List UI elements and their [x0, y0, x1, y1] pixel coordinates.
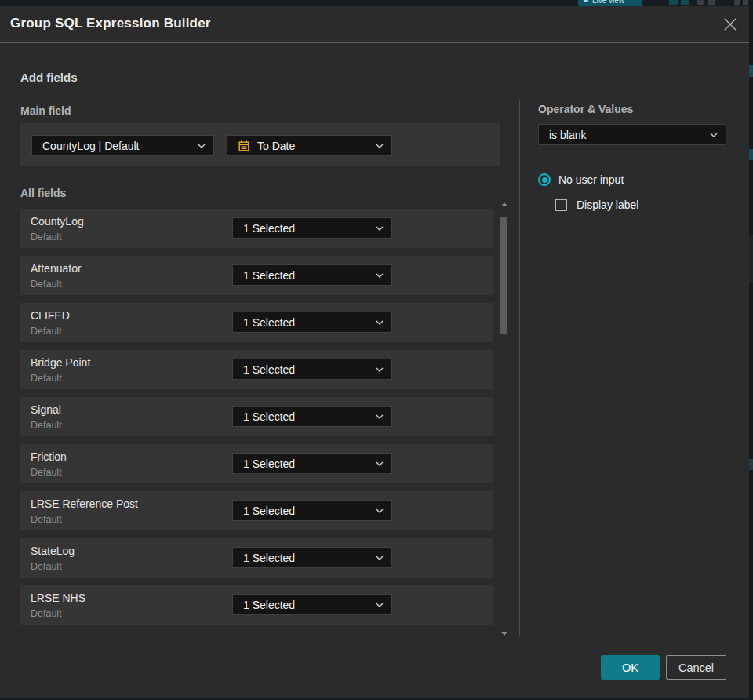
field-selection-dropdown[interactable]: 1 Selected [232, 547, 392, 568]
field-subtitle: Default [31, 373, 62, 384]
field-selection-dropdown[interactable]: 1 Selected [232, 453, 392, 474]
scroll-down-icon[interactable] [501, 632, 507, 636]
field-subtitle: Default [31, 514, 62, 525]
field-subtitle: Default [31, 561, 62, 572]
background-right-edge [749, 0, 753, 700]
toolbar-icon-fragment [697, 0, 704, 5]
chevron-down-icon [376, 414, 384, 419]
operator-values-label: Operator & Values [538, 103, 633, 115]
field-selection-dropdown[interactable]: 1 Selected [232, 312, 392, 333]
chevron-down-icon [376, 556, 384, 560]
close-icon [723, 17, 737, 31]
display-label-checkbox[interactable]: Display label [555, 199, 638, 211]
ok-button[interactable]: OK [601, 655, 660, 680]
checkbox-unchecked-icon [555, 199, 567, 211]
toolbar-icon-fragment [708, 0, 715, 5]
field-row-countylog: CountyLog Default 1 Selected [20, 209, 493, 248]
field-subtitle: Default [31, 279, 62, 290]
all-fields-label: All fields [20, 187, 66, 199]
toolbar-icon-fragment [681, 0, 689, 5]
field-name: CLIFED [31, 309, 70, 322]
toolbar-icon-fragment [743, 0, 748, 5]
fields-list-scrollbar[interactable] [500, 201, 509, 637]
live-view-button[interactable]: Live view [578, 0, 642, 6]
field-row-attenuator: Attenuator Default 1 Selected [20, 256, 493, 295]
scroll-up-icon[interactable] [501, 202, 507, 206]
chevron-down-icon [376, 226, 384, 231]
background-app-bar: Live view [0, 0, 753, 6]
field-selection-dropdown[interactable]: 1 Selected [232, 500, 392, 521]
display-label-label: Display label [577, 199, 638, 211]
close-button[interactable] [721, 15, 740, 34]
field-selection-dropdown[interactable]: 1 Selected [232, 217, 392, 239]
field-name: StateLog [31, 545, 75, 557]
field-subtitle: Default [31, 467, 62, 478]
chevron-down-icon [376, 144, 384, 148]
field-subtitle: Default [31, 326, 62, 337]
main-field-box: CountyLog | Default To Date [20, 123, 500, 166]
field-selection-dropdown[interactable]: 1 Selected [232, 594, 392, 615]
operator-select[interactable]: is blank [538, 124, 726, 145]
group-sql-expression-builder-dialog: Group SQL Expression Builder Add fields … [0, 6, 749, 698]
no-user-input-radio[interactable]: No user input [538, 173, 624, 186]
chevron-down-icon [376, 273, 384, 278]
field-selection-dropdown[interactable]: 1 Selected [232, 264, 392, 286]
field-row-lrse-nhs: LRSE NHS Default 1 Selected [20, 585, 493, 625]
field-row-signal: Signal Default 1 Selected [20, 397, 493, 436]
field-name: LRSE NHS [31, 592, 85, 604]
main-field-type-select[interactable]: To Date [227, 135, 392, 156]
field-row-bridge-point: Bridge Point Default 1 Selected [20, 350, 493, 389]
field-row-statelog: StateLog Default 1 Selected [20, 538, 493, 578]
field-row-friction: Friction Default 1 Selected [20, 444, 493, 483]
chevron-down-icon [710, 133, 718, 137]
field-row-clifed: CLIFED Default 1 Selected [20, 303, 493, 342]
field-name: Attenuator [31, 262, 82, 275]
field-row-lrse-reference-post: LRSE Reference Post Default 1 Selected [20, 491, 493, 530]
calendar-to-date-icon [238, 140, 250, 152]
all-fields-list: CountyLog Default 1 Selected Attenuator … [20, 209, 493, 633]
main-field-select[interactable]: CountyLog | Default [31, 135, 214, 156]
dialog-header: Group SQL Expression Builder [0, 6, 749, 43]
live-dot-icon [584, 0, 588, 2]
chevron-down-icon [376, 461, 384, 466]
field-selection-dropdown[interactable]: 1 Selected [232, 406, 392, 427]
toolbar-icon-fragment [669, 0, 678, 5]
live-view-label: Live view [592, 0, 624, 5]
add-fields-heading: Add fields [20, 71, 78, 84]
field-name: LRSE Reference Post [31, 498, 138, 510]
toolbar-icon-fragment [734, 0, 740, 5]
radio-selected-icon [538, 173, 551, 186]
chevron-down-icon [198, 144, 206, 148]
field-subtitle: Default [31, 420, 62, 431]
chevron-down-icon [376, 603, 384, 607]
dialog-title: Group SQL Expression Builder [10, 16, 211, 31]
scrollbar-thumb[interactable] [500, 217, 507, 334]
cancel-button[interactable]: Cancel [666, 655, 726, 680]
chevron-down-icon [376, 509, 384, 513]
main-field-label: Main field [20, 104, 71, 117]
field-selection-dropdown[interactable]: 1 Selected [232, 359, 392, 380]
field-name: Bridge Point [31, 356, 90, 369]
field-subtitle: Default [31, 232, 62, 242]
field-name: Signal [31, 403, 61, 416]
field-name: CountyLog [31, 215, 84, 228]
chevron-down-icon [376, 320, 384, 325]
field-name: Friction [31, 450, 67, 463]
panel-divider [519, 100, 520, 636]
no-user-input-label: No user input [558, 173, 624, 186]
chevron-down-icon [376, 367, 384, 372]
field-subtitle: Default [31, 608, 62, 619]
